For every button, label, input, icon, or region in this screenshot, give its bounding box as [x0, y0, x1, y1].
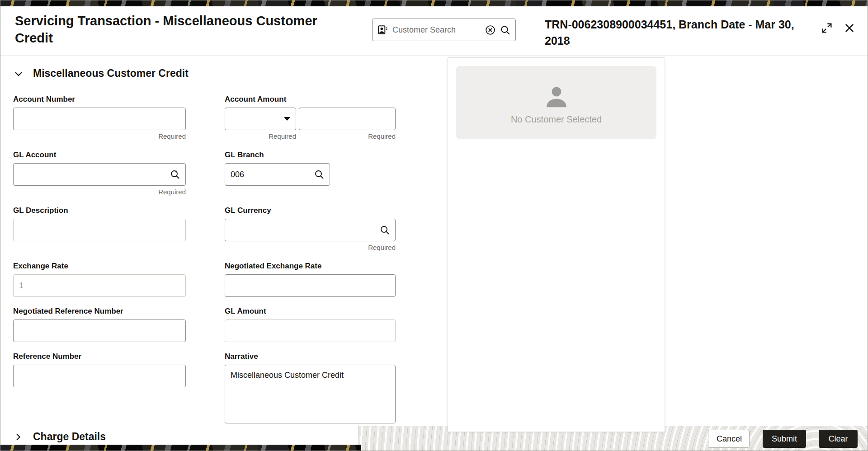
- gl-branch-label: GL Branch: [225, 150, 396, 160]
- section-header-misc-customer-credit[interactable]: Miscellaneous Customer Credit: [13, 67, 397, 80]
- account-amount-currency-select[interactable]: [225, 108, 296, 130]
- form-grid: Account Number Required Account Amount: [13, 95, 397, 425]
- clear-button[interactable]: Clear: [819, 430, 858, 448]
- narrative-textarea[interactable]: Miscellaneous Customer Credit: [225, 365, 396, 423]
- narrative-label: Narrative: [225, 352, 396, 361]
- person-icon: [377, 24, 389, 36]
- account-amount-input[interactable]: [299, 108, 396, 130]
- field-negotiated-reference-number: Negotiated Reference Number: [13, 307, 186, 342]
- caret-down-icon: [284, 117, 290, 121]
- gl-branch-search-icon[interactable]: [314, 169, 325, 180]
- negotiated-exchange-rate-label: Negotiated Exchange Rate: [225, 262, 396, 271]
- account-amount-label: Account Amount: [225, 95, 396, 104]
- account-amount-required-hint: Required: [299, 132, 396, 141]
- gl-amount-input: [225, 319, 396, 342]
- customer-search-input[interactable]: [392, 25, 481, 35]
- field-gl-branch: GL Branch: [225, 150, 396, 196]
- exchange-rate-label: Exchange Rate: [13, 262, 186, 271]
- field-reference-number: Reference Number: [13, 352, 186, 425]
- transaction-reference: TRN-0062308900034451, Branch Date - Mar …: [545, 16, 802, 49]
- person-silhouette-icon: [541, 81, 572, 113]
- account-number-input[interactable]: [13, 108, 186, 130]
- negotiated-reference-number-input[interactable]: [13, 319, 186, 342]
- reference-number-label: Reference Number: [13, 352, 186, 361]
- no-customer-text: No Customer Selected: [511, 114, 602, 125]
- gl-currency-search-icon[interactable]: [379, 225, 390, 235]
- account-amount-currency-required-hint: Required: [225, 132, 296, 141]
- field-narrative: Narrative Miscellaneous Customer Credit: [225, 352, 396, 425]
- gl-account-required-hint: Required: [13, 188, 186, 196]
- section-title: Miscellaneous Customer Credit: [33, 67, 189, 80]
- negotiated-exchange-rate-input[interactable]: [225, 274, 396, 297]
- exchange-rate-input: [13, 274, 186, 297]
- field-account-amount: Account Amount Required Required: [225, 95, 396, 141]
- gl-currency-label: GL Currency: [225, 206, 396, 215]
- negotiated-reference-number-label: Negotiated Reference Number: [13, 307, 186, 316]
- cancel-button[interactable]: Cancel: [708, 430, 750, 448]
- gl-account-label: GL Account: [13, 150, 186, 160]
- customer-search-box: [372, 19, 516, 41]
- gl-account-input[interactable]: [13, 163, 186, 186]
- field-gl-currency: GL Currency Required: [225, 206, 396, 252]
- gl-description-label: GL Description: [13, 206, 186, 215]
- field-negotiated-exchange-rate: Negotiated Exchange Rate: [225, 262, 396, 297]
- reference-number-input[interactable]: [13, 365, 186, 387]
- bottom-decorative-strip: [0, 445, 361, 451]
- field-exchange-rate: Exchange Rate: [13, 262, 186, 297]
- field-gl-amount: GL Amount: [225, 307, 396, 342]
- no-customer-card: No Customer Selected: [456, 66, 656, 139]
- form-area: Miscellaneous Customer Credit Account Nu…: [13, 67, 397, 443]
- gl-currency-input[interactable]: [225, 219, 396, 241]
- gl-amount-label: GL Amount: [225, 307, 396, 316]
- titlebar: Servicing Transaction - Miscellaneous Cu…: [0, 6, 868, 56]
- field-account-number: Account Number Required: [13, 95, 186, 141]
- servicing-transaction-window: Servicing Transaction - Miscellaneous Cu…: [0, 0, 868, 451]
- account-number-required-hint: Required: [13, 132, 186, 141]
- customer-panel: No Customer Selected: [448, 57, 665, 432]
- submit-button[interactable]: Submit: [763, 430, 806, 448]
- gl-account-search-icon[interactable]: [170, 169, 180, 180]
- expand-icon[interactable]: [821, 22, 833, 34]
- page-title: Servicing Transaction - Miscellaneous Cu…: [15, 13, 349, 47]
- search-icon[interactable]: [500, 24, 511, 36]
- field-gl-description: GL Description: [13, 206, 186, 252]
- close-icon[interactable]: [843, 22, 856, 34]
- field-gl-account: GL Account Required: [13, 150, 186, 196]
- chevron-down-icon[interactable]: [13, 68, 24, 79]
- gl-description-input: [13, 219, 186, 241]
- top-decorative-strip: [0, 0, 868, 6]
- account-number-label: Account Number: [13, 95, 186, 104]
- circle-x-icon[interactable]: [485, 24, 496, 36]
- gl-currency-required-hint: Required: [225, 244, 396, 252]
